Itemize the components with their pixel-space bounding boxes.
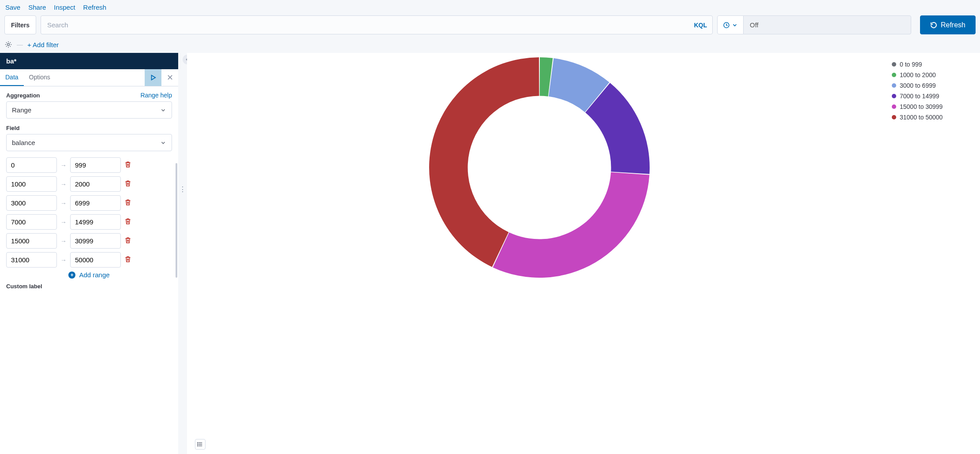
range-from-input[interactable] xyxy=(6,157,57,173)
tab-options[interactable]: Options xyxy=(24,69,56,86)
gear-icon[interactable] xyxy=(4,41,12,48)
resize-handle-icon[interactable]: ⋮ xyxy=(179,185,186,194)
close-icon: ✕ xyxy=(167,73,173,82)
legend-item[interactable]: 3000 to 6999 xyxy=(892,82,976,89)
chart-slice[interactable] xyxy=(493,172,649,278)
range-row: → xyxy=(6,157,172,173)
trash-icon xyxy=(124,199,131,206)
field-value: balance xyxy=(12,139,35,146)
range-to-input[interactable] xyxy=(70,252,121,268)
nav-save[interactable]: Save xyxy=(5,4,20,11)
legend-item[interactable]: 15000 to 30999 xyxy=(892,103,976,110)
legend-label: 1000 to 2000 xyxy=(900,71,936,78)
trash-icon xyxy=(124,218,131,225)
legend-swatch xyxy=(892,73,896,77)
legend-item[interactable]: 1000 to 2000 xyxy=(892,71,976,78)
chart-slice[interactable] xyxy=(429,57,539,267)
discard-changes-button[interactable]: ✕ xyxy=(161,69,178,86)
legend-swatch xyxy=(892,104,896,109)
time-range-display[interactable]: Off xyxy=(744,15,911,34)
arrow-right-icon: → xyxy=(60,219,67,226)
aggregation-select[interactable]: Range xyxy=(6,101,172,119)
legend-item[interactable]: 0 to 999 xyxy=(892,61,976,68)
legend-swatch xyxy=(892,62,896,67)
delete-range-button[interactable] xyxy=(124,199,131,207)
search-box: KQL xyxy=(41,15,713,34)
range-to-input[interactable] xyxy=(70,233,121,249)
range-from-input[interactable] xyxy=(6,233,57,249)
svg-point-3 xyxy=(197,444,198,444)
sidebar-tabs: Data Options ✕ xyxy=(0,69,178,86)
field-select[interactable]: balance xyxy=(6,134,172,151)
trash-icon xyxy=(124,161,131,168)
search-input[interactable] xyxy=(41,16,712,34)
nav-share[interactable]: Share xyxy=(28,4,46,11)
custom-label-label: Custom label xyxy=(6,283,172,290)
svg-point-2 xyxy=(197,443,198,443)
chevron-down-icon xyxy=(160,140,166,146)
query-bar: Filters KQL Off Refresh xyxy=(0,14,980,38)
nav-refresh[interactable]: Refresh xyxy=(83,4,107,11)
add-filter-link[interactable]: + Add filter xyxy=(27,41,59,48)
delete-range-button[interactable] xyxy=(124,237,131,245)
arrow-right-icon: → xyxy=(60,162,67,169)
aggregation-value: Range xyxy=(12,106,31,114)
delete-range-button[interactable] xyxy=(124,218,131,226)
trash-icon xyxy=(124,237,131,244)
range-from-input[interactable] xyxy=(6,195,57,211)
legend-item[interactable]: 31000 to 50000 xyxy=(892,114,976,121)
range-row: → xyxy=(6,252,172,268)
list-icon xyxy=(197,441,203,447)
sidebar: ba* Data Options ✕ Aggregation Range hel… xyxy=(0,53,178,454)
legend-item[interactable]: 7000 to 14999 xyxy=(892,93,976,100)
legend-label: 3000 to 6999 xyxy=(900,82,936,89)
delete-range-button[interactable] xyxy=(124,256,131,264)
filter-bar: — + Add filter xyxy=(0,38,980,53)
legend-label: 31000 to 50000 xyxy=(900,114,943,121)
legend-toggle-button[interactable] xyxy=(195,439,206,450)
svg-point-4 xyxy=(197,446,198,446)
tab-data[interactable]: Data xyxy=(0,69,24,86)
range-from-input[interactable] xyxy=(6,176,57,192)
index-pattern-selector[interactable]: ba* xyxy=(0,53,178,69)
svg-point-1 xyxy=(7,44,10,46)
range-to-input[interactable] xyxy=(70,214,121,230)
refresh-button-label: Refresh xyxy=(941,21,965,29)
chevron-down-icon xyxy=(732,22,738,28)
filters-label: Filters xyxy=(4,15,36,34)
refresh-button[interactable]: Refresh xyxy=(920,15,976,34)
range-to-input[interactable] xyxy=(70,157,121,173)
sidebar-scrollbar[interactable] xyxy=(176,163,177,278)
arrow-right-icon: → xyxy=(60,257,67,264)
legend-label: 0 to 999 xyxy=(900,61,922,68)
add-range-button[interactable]: + Add range xyxy=(6,271,172,279)
delete-range-button[interactable] xyxy=(124,180,131,188)
field-label: Field xyxy=(6,125,19,131)
nav-inspect[interactable]: Inspect xyxy=(54,4,75,11)
range-row: → xyxy=(6,233,172,249)
agg-panel: Aggregation Range help Range Field balan… xyxy=(0,86,178,454)
add-range-label: Add range xyxy=(79,271,109,279)
separator-icon: — xyxy=(17,41,23,48)
range-to-input[interactable] xyxy=(70,176,121,192)
plus-icon: + xyxy=(68,272,75,279)
chart-canvas xyxy=(187,53,892,454)
range-from-input[interactable] xyxy=(6,252,57,268)
play-icon xyxy=(150,74,156,81)
legend-swatch xyxy=(892,115,896,119)
apply-changes-button[interactable] xyxy=(145,69,161,86)
arrow-right-icon: → xyxy=(60,200,67,207)
workspace: ba* Data Options ✕ Aggregation Range hel… xyxy=(0,53,980,454)
legend-swatch xyxy=(892,83,896,88)
range-from-input[interactable] xyxy=(6,214,57,230)
legend-swatch xyxy=(892,94,896,98)
time-picker-toggle[interactable] xyxy=(717,15,744,34)
visualization-panel: 0 to 9991000 to 20003000 to 69997000 to … xyxy=(187,53,980,454)
delete-range-button[interactable] xyxy=(124,161,131,169)
range-row: → xyxy=(6,214,172,230)
range-help-link[interactable]: Range help xyxy=(140,92,172,99)
range-row: → xyxy=(6,176,172,192)
range-to-input[interactable] xyxy=(70,195,121,211)
chart-legend: 0 to 9991000 to 20003000 to 69997000 to … xyxy=(892,53,980,454)
clock-icon xyxy=(723,22,730,29)
